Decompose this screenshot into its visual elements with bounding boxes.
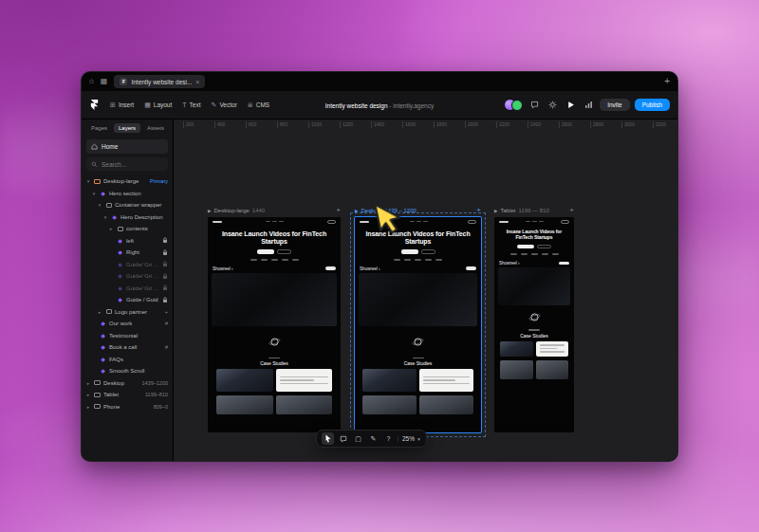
layer-row[interactable]: ▾ Desktop-large Primary bbox=[82, 175, 173, 188]
comment-tool-icon[interactable] bbox=[337, 432, 349, 445]
layer-badge[interactable] bbox=[162, 237, 168, 244]
layer-badge[interactable] bbox=[162, 249, 168, 256]
site-video-block bbox=[212, 273, 337, 326]
browser-tab[interactable]: F Intently website desi... × bbox=[114, 75, 205, 88]
invite-button[interactable]: Invite bbox=[600, 99, 630, 111]
chevron-icon[interactable]: ▸ bbox=[85, 380, 91, 386]
ruler-label: 200 bbox=[183, 121, 194, 128]
design-canvas[interactable]: 2004006008001000120014001600180020002200… bbox=[174, 119, 677, 461]
site-primary-button bbox=[257, 249, 274, 254]
layer-label: Guide / Guid bbox=[126, 297, 159, 303]
layer-row[interactable]: ▾ Container wrapper bbox=[82, 199, 173, 211]
frame-preview-icon[interactable]: ▶ bbox=[208, 209, 211, 213]
layers-sidebar: PagesLayersAssets Home Search... ▾ Deskt… bbox=[82, 119, 174, 461]
chevron-icon[interactable]: ▾ bbox=[85, 178, 91, 184]
tab-close-icon[interactable]: × bbox=[195, 79, 199, 85]
new-tab-icon[interactable]: + bbox=[664, 77, 670, 86]
ruler-label: 1400 bbox=[371, 121, 384, 128]
layer-row[interactable]: ◆ Book a call # bbox=[82, 341, 173, 354]
layer-row[interactable]: ◆ left bbox=[82, 235, 173, 248]
layer-badge[interactable] bbox=[162, 284, 168, 291]
search-input[interactable]: Search... bbox=[86, 157, 168, 171]
layer-row[interactable]: ◆ Right bbox=[82, 247, 173, 259]
toolbar-menu-insert[interactable]: ⊞Insert bbox=[105, 99, 139, 112]
showreel-pill bbox=[559, 262, 569, 266]
add-section-icon[interactable]: + bbox=[569, 207, 574, 214]
layer-row[interactable]: ◆ Guide/ Grid Dot 1 bbox=[82, 283, 173, 295]
layer-row[interactable]: ◆ Guide / Guid bbox=[82, 294, 173, 306]
layer-icon: ◆ bbox=[100, 333, 106, 339]
project-title[interactable]: Intently website design - intently.agenc… bbox=[325, 101, 434, 108]
publish-button[interactable]: Publish bbox=[635, 99, 670, 111]
settings-gear-icon[interactable] bbox=[546, 99, 559, 112]
frame-tablet[interactable]: ▶ Tablet 1199 — 810 + Insane Launch Vide… bbox=[494, 217, 574, 432]
case-card-image bbox=[216, 369, 273, 392]
cursor-tool-icon[interactable] bbox=[322, 432, 334, 445]
chevron-icon[interactable]: ▾ bbox=[97, 202, 102, 208]
frame-body[interactable]: Insane Launch Videos for FinTech Startup… bbox=[494, 217, 574, 432]
avatar[interactable] bbox=[511, 100, 523, 111]
pen-tool-icon[interactable]: ✎ bbox=[367, 432, 380, 445]
toolbar-menu-cms[interactable]: ≣CMS bbox=[243, 99, 274, 112]
chevron-icon[interactable]: ▸ bbox=[85, 392, 91, 397]
chevron-icon[interactable]: ▸ bbox=[85, 404, 91, 410]
sidebar-tab-layers[interactable]: Layers bbox=[114, 123, 140, 133]
toolbar-menu-layout[interactable]: ▦Layout bbox=[139, 99, 176, 112]
sidebar-tab-assets[interactable]: Assets bbox=[142, 123, 169, 133]
layer-row[interactable]: ▸ Desktop 1439–1200 bbox=[82, 377, 173, 390]
shape-tool-icon[interactable]: ▢ bbox=[352, 432, 364, 445]
comment-icon[interactable] bbox=[528, 99, 541, 112]
chevron-icon[interactable]: ▸ bbox=[108, 226, 114, 231]
site-primary-button bbox=[401, 249, 418, 254]
site-logo-strip bbox=[208, 259, 341, 261]
layer-row[interactable]: ◆ FAQs bbox=[82, 354, 173, 366]
layer-icon: ◆ bbox=[117, 285, 123, 291]
layer-row[interactable]: ▸ Tablet 1199–810 bbox=[82, 389, 173, 401]
layer-row[interactable]: ▾ ◆ Hero section bbox=[82, 188, 173, 200]
help-icon[interactable]: ? bbox=[382, 432, 395, 445]
layer-row[interactable]: ▸ Logo partner + bbox=[82, 306, 173, 319]
layer-row[interactable]: ◆ Testimonial bbox=[82, 330, 173, 342]
layer-row[interactable]: ◆ Guide/ Grid Dot 1 bbox=[82, 259, 173, 271]
site-navbar bbox=[494, 217, 574, 226]
toolbar-menu-text[interactable]: TText bbox=[177, 99, 205, 111]
layer-row[interactable]: ◆ Guide/ Grid Dot 1 bbox=[82, 270, 173, 283]
layer-badge[interactable] bbox=[162, 273, 168, 280]
frame-preview-icon[interactable]: ▶ bbox=[355, 209, 358, 213]
site-team-row bbox=[355, 395, 481, 414]
frame-label[interactable]: ▶ Tablet 1199 — 810 + bbox=[494, 207, 574, 214]
toolbar-menu-vector[interactable]: ✎Vector bbox=[207, 99, 242, 112]
page-selector-home[interactable]: Home bbox=[86, 139, 168, 154]
layer-row[interactable]: ▸ Phone 809–0 bbox=[82, 401, 173, 413]
analytics-chart-icon[interactable] bbox=[582, 99, 595, 112]
layer-row[interactable]: ◆ Smooth Scroll bbox=[82, 365, 173, 377]
home-icon[interactable]: ⌂ bbox=[89, 78, 94, 85]
frame-body[interactable]: Insane Launch Videos for FinTech Startup… bbox=[208, 217, 341, 432]
add-section-icon[interactable]: + bbox=[336, 207, 341, 214]
layer-badge[interactable] bbox=[162, 297, 168, 303]
tab-overview-icon[interactable]: ▦ bbox=[101, 78, 108, 85]
site-orbit-logo bbox=[208, 336, 341, 348]
layer-row[interactable]: ▸ contents bbox=[82, 223, 173, 235]
layer-row[interactable]: ▾ ◆ Hero Description bbox=[82, 211, 173, 224]
add-section-icon[interactable]: + bbox=[476, 207, 481, 214]
case-study-cards bbox=[355, 369, 481, 392]
frame-label[interactable]: ▶ Desktop-large 1440 + bbox=[208, 207, 341, 214]
sidebar-tab-pages[interactable]: Pages bbox=[86, 123, 112, 133]
zoom-control[interactable]: 25% ▼ bbox=[398, 435, 421, 442]
frame-body[interactable]: Insane Launch Videos for FinTech Startup… bbox=[355, 217, 481, 432]
chevron-icon[interactable]: ▸ bbox=[97, 309, 102, 315]
frame-desktop-large[interactable]: ▶ Desktop-large 1440 + Insane Launch Vid… bbox=[208, 217, 341, 432]
tutorial-cursor-icon bbox=[365, 195, 413, 243]
preview-play-icon[interactable] bbox=[564, 99, 577, 112]
site-heading: Insane Launch Videos for FinTech Startup… bbox=[217, 230, 331, 246]
layer-badge[interactable] bbox=[162, 261, 168, 267]
frame-preview-icon[interactable]: ▶ bbox=[494, 209, 497, 213]
chevron-icon[interactable]: ▾ bbox=[102, 214, 108, 220]
layer-row[interactable]: ◆ Our work # bbox=[82, 318, 173, 330]
chevron-icon[interactable]: ▾ bbox=[91, 191, 97, 196]
showreel-label: Showreel › bbox=[360, 266, 380, 271]
framer-app-window: ⌂ ▦ F Intently website desi... × + ⊞Inse… bbox=[81, 71, 678, 462]
frame-desktop[interactable]: ▶ Desktop 1439 – 1200 + Insane Launch Vi… bbox=[355, 217, 481, 432]
framer-logo-icon[interactable] bbox=[89, 100, 100, 110]
